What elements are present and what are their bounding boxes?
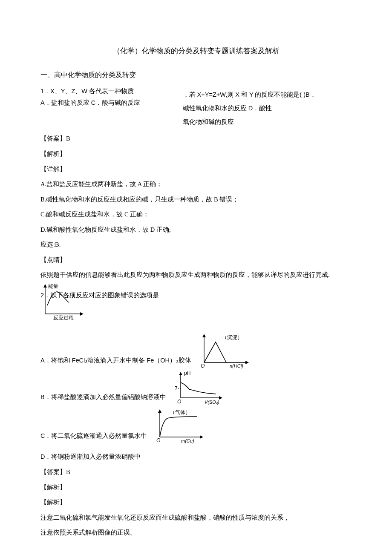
q2-option-a-row: A．将饱和 FeCl₃溶液滴入开水中制备 Fe（OH）₃胶体 （沉淀） O n(… (40, 333, 352, 369)
q2-explain-2: 注意依照关系式解析图像的正误。 (40, 527, 352, 539)
q1-detail-choose: 应选:B. (40, 239, 352, 251)
q2-option-b: B．将稀盐酸逐滴加入必然量偏铝酸钠溶液中 (40, 391, 166, 406)
q1-stem-right-1: ，若 X+Y=Z+W,则 X 和 Y 的反应不能能是( )B． (183, 88, 316, 102)
q1-detail-a: A.盐和盐反应能生成两种新盐，故 A 正确； (40, 178, 352, 190)
q2-head-row: 能量 反应过程 2．以下各项反应对应的图象错误的选项是 (40, 290, 352, 302)
energy-curve-icon: 能量 反应过程 (39, 282, 86, 320)
axis-tick: 7 (175, 385, 178, 391)
q1-stem-right-3: 氧化物和碱的反应 (183, 115, 316, 129)
axis-x: m(Cu) (181, 438, 194, 443)
svg-marker-8 (245, 361, 249, 364)
axis-y-label: 能量 (48, 283, 58, 289)
q1-detail-d: D.碱和酸性氧化物反应生成盐和水，故 D 正确; (40, 224, 352, 236)
q1-stem-right-2: 碱性氧化物和水的反应 D．酸性 (183, 102, 316, 115)
q2-option-c-row: C．将二氧化硫逐渐通入必然量氯水中 （气体） O m(Cu) (40, 408, 352, 444)
axis-x: V(SO₂) (205, 400, 219, 405)
q2-explain-1: 注意二氧化硫和氯气能发生氧化还原反应而生成硫酸和盐酸，硝酸的性质与浓度的关系， (40, 512, 352, 524)
page-title: （化学）化学物质的分类及转变专题训练答案及解析 (40, 44, 352, 58)
q2-option-b-row: B．将稀盐酸逐滴加入必然量偏铝酸钠溶液中 pH 7 O V(SO₂) (40, 371, 352, 405)
chart-note: （气体） (170, 409, 190, 415)
q2-option-d: D．将铜粉逐渐加入必然量浓硝酸中 (40, 451, 352, 463)
q1-stem-left-1: 1．X、Y、Z、W 各代表一种物质 (40, 86, 173, 98)
svg-text:O: O (156, 437, 160, 443)
axis-x-label: 反应过程 (53, 315, 74, 320)
svg-marker-11 (179, 372, 182, 375)
precipitate-chart-icon: （沉淀） O n(HCl) (196, 333, 252, 369)
axis-x: n(HCl) (230, 363, 243, 368)
q2-stem: 2．以下各项反应对应的图象错误的选项是 (40, 292, 159, 299)
q1-xiangjie-label: 【详解】 (40, 164, 352, 175)
q2-option-a: A．将饱和 FeCl₃溶液滴入开水中制备 Fe（OH）₃胶体 (40, 355, 191, 369)
q1-detail-b: B.碱性氧化物和水的反应生成相应的碱，只生成一种物质，故 B 错误； (40, 194, 352, 206)
q2-answer: 【答案】B (40, 466, 352, 478)
svg-marker-6 (202, 334, 206, 337)
q2-jiexi-label-2: 【解析】 (40, 497, 352, 509)
ph-chart-icon: pH 7 O V(SO₂) (171, 371, 227, 405)
q1-stem-left-2: A．盐和盐的反应 C．酸与碱的反应 (40, 97, 173, 109)
q2-jiexi-label-1: 【解析】 (40, 482, 352, 494)
gas-chart-icon: （气体） O m(Cu) (152, 408, 208, 444)
question-2: 能量 反应过程 2．以下各项反应对应的图象错误的选项是 A．将饱和 FeCl₃溶… (40, 290, 352, 539)
chart-note: （沉淀） (222, 334, 242, 340)
q1-detail: A.盐和盐反应能生成两种新盐，故 A 正确； B.碱性氧化物和水的反应生成相应的… (40, 178, 352, 251)
document-page: （化学）化学物质的分类及转变专题训练答案及解析 一、高中化学物质的分类及转变 1… (0, 0, 392, 555)
q1-left-column: 1．X、Y、Z、W 各代表一种物质 A．盐和盐的反应 C．酸与碱的反应 (40, 86, 173, 109)
svg-marker-17 (158, 409, 161, 413)
svg-marker-3 (80, 312, 84, 316)
q1-detail-c: C.酸和碱反应生成盐和水，故 C 正确； (40, 209, 352, 221)
q1-answer: 【答案】B (40, 133, 352, 145)
q1-jiexi-label: 【解析】 (40, 148, 352, 160)
svg-marker-13 (219, 396, 222, 400)
svg-marker-1 (43, 284, 47, 288)
q1-dianjing-text: 依照题干供应的信息能够看出此反应为两种物质反应生成两种物质的反应，能够从详尽的反… (40, 269, 352, 281)
question-1: 1．X、Y、Z、W 各代表一种物质 A．盐和盐的反应 C．酸与碱的反应 ，若 X… (40, 86, 352, 129)
svg-text:O: O (177, 399, 181, 405)
svg-marker-19 (200, 435, 203, 439)
section-heading: 一、高中化学物质的分类及转变 (40, 69, 352, 81)
q2-option-c: C．将二氧化硫逐渐通入必然量氯水中 (40, 430, 147, 445)
svg-text:O: O (201, 363, 205, 369)
q1-dianjing-label: 【点睛】 (40, 254, 352, 266)
axis-y: pH (184, 371, 190, 376)
q1-right-column: ，若 X+Y=Z+W,则 X 和 Y 的反应不能能是( )B． 碱性氧化物和水的… (183, 86, 316, 129)
